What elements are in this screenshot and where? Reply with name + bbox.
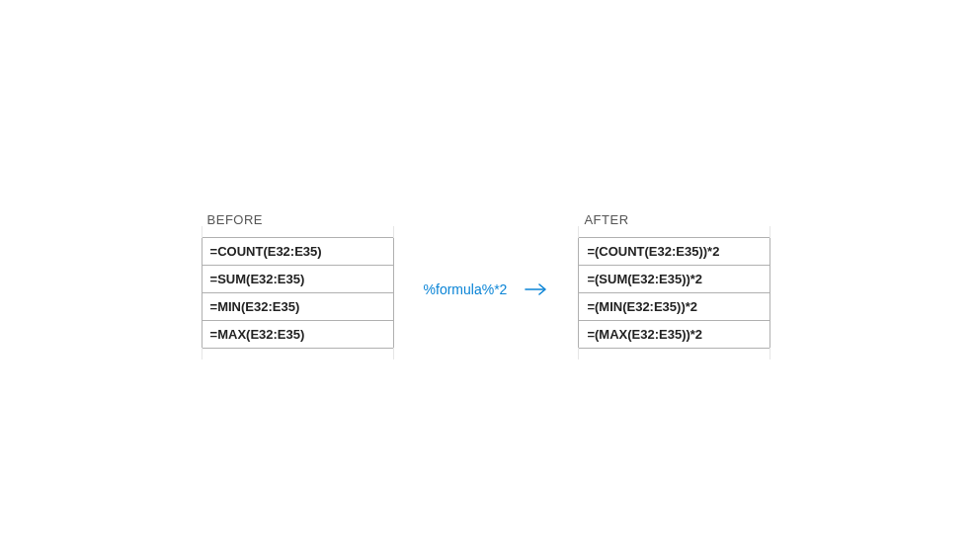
before-label: BEFORE (202, 212, 394, 227)
diagram-container: BEFORE =COUNT(E32:E35) =SUM(E32:E35) =MI… (202, 212, 771, 349)
table-row: =COUNT(E32:E35) (202, 238, 394, 266)
table-row: =MIN(E32:E35) (202, 293, 394, 321)
after-label: AFTER (578, 212, 770, 227)
table-row: =(SUM(E32:E35))*2 (578, 266, 770, 293)
arrow-right-icon (525, 282, 548, 296)
after-table: =(COUNT(E32:E35))*2 =(SUM(E32:E35))*2 =(… (578, 237, 770, 349)
transform-middle: %formula%*2 (424, 281, 549, 297)
before-table: =COUNT(E32:E35) =SUM(E32:E35) =MIN(E32:E… (202, 237, 394, 349)
formula-expression: %formula%*2 (424, 281, 508, 297)
table-row: =MAX(E32:E35) (202, 321, 394, 348)
before-column: BEFORE =COUNT(E32:E35) =SUM(E32:E35) =MI… (202, 212, 394, 349)
table-row: =(MAX(E32:E35))*2 (578, 321, 770, 348)
table-row: =SUM(E32:E35) (202, 266, 394, 293)
after-column: AFTER =(COUNT(E32:E35))*2 =(SUM(E32:E35)… (578, 212, 770, 349)
table-row: =(COUNT(E32:E35))*2 (578, 238, 770, 266)
table-row: =(MIN(E32:E35))*2 (578, 293, 770, 321)
